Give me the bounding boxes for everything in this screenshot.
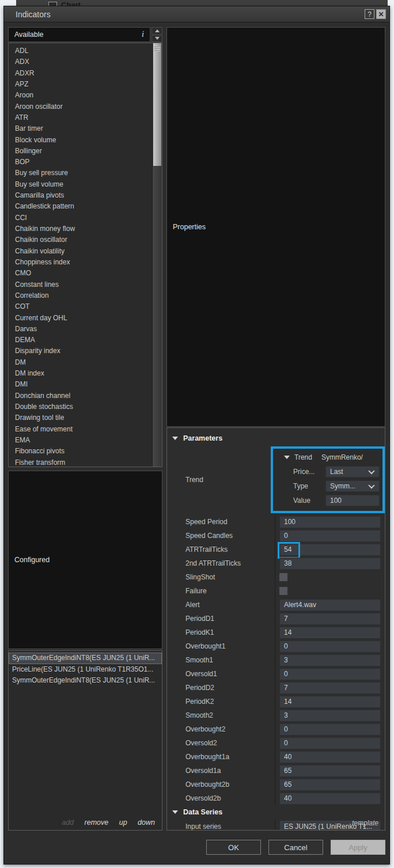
periodk1-input[interactable]: 14 — [279, 627, 381, 639]
periodk2-input[interactable]: 14 — [279, 696, 381, 708]
row-overbought2: Overbought20 — [167, 722, 385, 736]
overbought1-input[interactable]: 0 — [279, 640, 381, 653]
list-item[interactable]: Disparity index — [9, 346, 152, 357]
list-item[interactable]: Camarilla pivots — [9, 190, 152, 201]
list-item[interactable]: DEMA — [9, 335, 152, 346]
scroll-down-button[interactable] — [151, 35, 162, 43]
help-button[interactable]: ? — [365, 9, 374, 19]
list-item[interactable]: Chaikin oscillator — [9, 234, 152, 245]
titlebar[interactable]: Indicators ? ✕ — [4, 6, 389, 22]
list-item[interactable]: Candlestick pattern — [9, 201, 152, 212]
configured-item[interactable]: PriceLine(ES JUN25 (1 UniRenko T1R35O1..… — [9, 664, 162, 676]
oversold2-value: 0 — [284, 739, 288, 747]
list-item[interactable]: DM index — [9, 368, 152, 379]
2nd-atrtrailticks-input[interactable]: 38 — [279, 558, 381, 570]
oversold1a-input[interactable]: 65 — [279, 765, 381, 777]
list-item[interactable]: Chaikin money flow — [9, 223, 152, 234]
list-item[interactable]: Ease of movement — [9, 424, 152, 435]
alert-label: Alert — [185, 601, 200, 609]
list-item[interactable]: Current day OHL — [9, 313, 152, 324]
close-button[interactable]: ✕ — [376, 9, 386, 19]
list-item[interactable]: Buy sell volume — [9, 179, 152, 190]
alert-input[interactable]: Alert4.wav — [279, 599, 381, 611]
list-item[interactable]: Bar timer — [9, 123, 152, 134]
list-item[interactable]: ADX — [9, 56, 152, 67]
configured-item[interactable]: SymmOuterEdgeIndiNT8(ES JUN25 (1 UniR... — [9, 653, 162, 664]
up-button[interactable]: up — [119, 818, 127, 827]
atrtrailticks-input[interactable]: 54 — [279, 544, 381, 556]
list-item[interactable]: Fibonacci pivots — [9, 446, 152, 457]
list-item[interactable]: DM — [9, 357, 152, 368]
list-item[interactable]: BOP — [9, 157, 152, 168]
list-item[interactable]: Darvas — [9, 324, 152, 335]
list-item[interactable]: CMO — [9, 268, 152, 279]
overbought1-value: 0 — [284, 642, 288, 650]
collapse-icon[interactable] — [284, 456, 290, 459]
list-item[interactable]: Double stochastics — [9, 401, 152, 412]
periodd2-input[interactable]: 7 — [279, 682, 381, 694]
periodd1-input[interactable]: 7 — [279, 613, 381, 625]
speed-period-input[interactable]: 100 — [279, 516, 381, 528]
smooth1-input[interactable]: 3 — [279, 654, 381, 666]
configured-header: Configured — [8, 471, 162, 649]
list-item[interactable]: ATR — [9, 112, 152, 123]
list-item[interactable]: Choppiness index — [9, 257, 152, 268]
row-label-cell: Alert — [167, 598, 275, 612]
price-combo[interactable]: Last — [325, 466, 380, 477]
oversold2b-input[interactable]: 40 — [279, 793, 381, 805]
list-item[interactable]: Fisher transform — [9, 457, 152, 467]
smooth2-input[interactable]: 3 — [279, 710, 381, 722]
down-button[interactable]: down — [138, 818, 155, 827]
cancel-button[interactable]: Cancel — [268, 840, 323, 855]
list-item[interactable]: EMA — [9, 435, 152, 446]
list-item[interactable]: COT — [9, 301, 152, 312]
available-scrollbar[interactable] — [152, 43, 162, 467]
list-item[interactable]: Chaikin volatility — [9, 246, 152, 257]
list-item[interactable]: Bollinger — [9, 146, 152, 157]
oversold1-input[interactable]: 0 — [279, 668, 381, 680]
oversold2-input[interactable]: 0 — [279, 737, 381, 749]
value-input[interactable]: 100 — [325, 495, 380, 506]
list-item[interactable]: Correlation — [9, 290, 152, 301]
row-periodk1: PeriodK114 — [167, 626, 385, 639]
oversold2b-label: Oversold2b — [185, 794, 221, 802]
trend-group-header[interactable]: TrendSymmRenko/ — [276, 450, 380, 464]
trend-group-row: TypeSymm... — [276, 479, 380, 493]
list-item[interactable]: APZ — [9, 79, 152, 90]
configured-item[interactable]: SymmOuterEdgeIndiNT8(ES JUN25 (1 UniR... — [9, 675, 162, 687]
list-item[interactable]: Buy sell pressure — [9, 168, 152, 179]
list-item[interactable]: ADL — [9, 46, 152, 56]
scrollbar-thumb[interactable] — [153, 43, 161, 166]
failure-checkbox[interactable] — [279, 587, 287, 595]
overbought1a-value: 40 — [284, 753, 291, 761]
scroll-up-button[interactable] — [151, 27, 162, 35]
list-item[interactable]: Drawing tool tile — [9, 412, 152, 423]
apply-button[interactable]: Apply — [331, 840, 385, 855]
list-item[interactable]: Block volume — [9, 135, 152, 146]
overbought1a-input[interactable]: 40 — [279, 751, 381, 763]
dialog-title: Indicators — [16, 10, 51, 19]
overbought2b-input[interactable]: 65 — [279, 779, 381, 791]
template-link[interactable]: template — [352, 819, 378, 827]
list-item[interactable]: DMI — [9, 379, 152, 390]
ok-button[interactable]: OK — [206, 840, 261, 855]
section-data-series[interactable]: Data Series — [167, 805, 385, 819]
periodk1-label: PeriodK1 — [185, 628, 214, 636]
speed-candles-input[interactable]: 0 — [279, 530, 381, 542]
list-item[interactable]: ADXR — [9, 68, 152, 79]
configured-list: SymmOuterEdgeIndiNT8(ES JUN25 (1 UniR...… — [8, 650, 162, 831]
add-button[interactable]: add — [62, 818, 74, 827]
list-item[interactable]: Aroon — [9, 90, 152, 101]
list-item[interactable]: Donchian channel — [9, 391, 152, 401]
remove-button[interactable]: remove — [85, 818, 109, 827]
overbought2-input[interactable]: 0 — [279, 723, 381, 736]
type-combo[interactable]: Symm... — [325, 480, 380, 492]
list-item[interactable]: Constant lines — [9, 279, 152, 290]
info-icon[interactable]: i — [142, 30, 144, 39]
section-parameters[interactable]: Parameters — [167, 431, 385, 445]
slingshot-checkbox[interactable] — [279, 573, 287, 581]
list-item[interactable]: Aroon oscillator — [9, 101, 152, 112]
row-periodd2: PeriodD27 — [167, 681, 385, 695]
list-item[interactable]: CCI — [9, 213, 152, 223]
trend-group-row: Price...Last — [276, 464, 380, 479]
